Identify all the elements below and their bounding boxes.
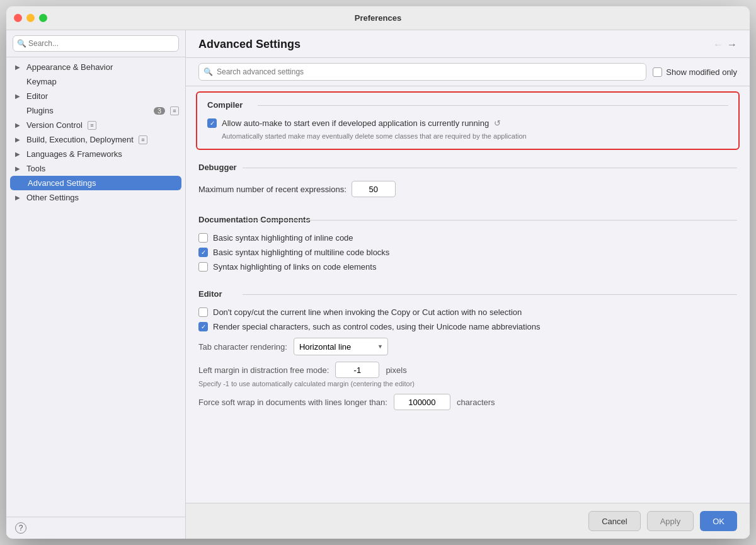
sidebar-item-plugins[interactable]: ▶ Plugins 3 ≡ bbox=[6, 103, 185, 118]
reset-icon[interactable]: ↺ bbox=[494, 118, 501, 128]
sidebar-item-other[interactable]: ▶ Other Settings bbox=[6, 190, 185, 205]
forward-arrow-icon[interactable]: → bbox=[727, 39, 737, 50]
window-title: Preferences bbox=[355, 13, 401, 23]
basic-syntax-inline-setting: Basic syntax highlighting of inline code bbox=[198, 231, 737, 245]
sidebar-item-languages[interactable]: ▶ Languages & Frameworks bbox=[6, 147, 185, 161]
sidebar-item-keymap[interactable]: ▶ Keymap bbox=[6, 74, 185, 89]
tab-rendering-label: Tab character rendering: bbox=[198, 342, 287, 352]
main-content: 🔍 ▶ Appearance & Behavior ▶ Keymap ▶ bbox=[6, 30, 750, 539]
auto-make-checkbox[interactable] bbox=[207, 118, 217, 128]
chevron-right-icon: ▶ bbox=[15, 165, 24, 172]
debugger-section-label: Debugger bbox=[198, 163, 737, 172]
cancel-button[interactable]: Cancel bbox=[588, 511, 640, 531]
page-title: Advanced Settings bbox=[198, 38, 301, 51]
chevron-right-icon: ▶ bbox=[15, 194, 24, 201]
basic-syntax-multiline-setting: Basic syntax highlighting of multiline c… bbox=[198, 245, 737, 260]
max-expressions-input[interactable] bbox=[352, 181, 396, 197]
sidebar-item-label: Appearance & Behavior bbox=[26, 62, 113, 72]
sidebar-bottom: ? bbox=[6, 517, 185, 539]
documentation-section-label: Documentation Components bbox=[198, 215, 737, 224]
nav-arrows: ← → bbox=[713, 39, 737, 50]
sidebar-search-wrapper: 🔍 bbox=[13, 35, 179, 52]
sidebar-item-label: Version Control bbox=[26, 120, 83, 130]
left-margin-setting: Left margin in distraction free mode: pi… bbox=[198, 362, 737, 378]
sidebar-item-label: Keymap bbox=[26, 77, 57, 86]
search-bar: 🔍 bbox=[198, 63, 646, 81]
content-scroll: Compiler Allow auto-make to start even i… bbox=[186, 86, 750, 503]
syntax-links-label: Syntax highlighting of links on code ele… bbox=[213, 262, 376, 272]
left-margin-group: Left margin in distraction free mode: pi… bbox=[198, 362, 737, 387]
sidebar: 🔍 ▶ Appearance & Behavior ▶ Keymap ▶ bbox=[6, 30, 186, 539]
render-special-checkbox[interactable] bbox=[198, 322, 208, 331]
left-margin-suffix: pixels bbox=[386, 365, 406, 375]
auto-make-setting: Allow auto-make to start even if develop… bbox=[207, 116, 728, 130]
force-wrap-suffix: characters bbox=[457, 398, 495, 407]
render-special-setting: Render special characters, such as contr… bbox=[198, 319, 737, 334]
auto-make-label: Allow auto-make to start even if develop… bbox=[222, 118, 489, 128]
content-header: Advanced Settings ← → bbox=[186, 30, 750, 58]
help-button[interactable]: ? bbox=[15, 522, 26, 534]
sidebar-item-label: Other Settings bbox=[26, 193, 79, 202]
minimize-button[interactable] bbox=[26, 14, 35, 22]
back-arrow-icon[interactable]: ← bbox=[713, 39, 723, 50]
sidebar-items: ▶ Appearance & Behavior ▶ Keymap ▶ Edito… bbox=[6, 57, 185, 517]
close-button[interactable] bbox=[14, 14, 22, 22]
copy-cut-checkbox[interactable] bbox=[198, 307, 208, 317]
basic-syntax-multiline-checkbox[interactable] bbox=[198, 248, 208, 257]
plugins-badge: 3 bbox=[154, 107, 165, 115]
render-special-label: Render special characters, such as contr… bbox=[213, 322, 541, 331]
sidebar-item-editor[interactable]: ▶ Editor bbox=[6, 89, 185, 103]
settings-search-input[interactable] bbox=[198, 63, 646, 81]
show-modified-toggle[interactable]: Show modified only bbox=[653, 67, 737, 77]
sidebar-item-appearance[interactable]: ▶ Appearance & Behavior bbox=[6, 60, 185, 74]
sidebar-search-icon: 🔍 bbox=[17, 39, 26, 48]
editor-section-label: Editor bbox=[198, 289, 737, 299]
left-margin-input[interactable] bbox=[335, 362, 379, 378]
sidebar-item-label: Editor bbox=[26, 91, 48, 101]
basic-syntax-multiline-label: Basic syntax highlighting of multiline c… bbox=[213, 248, 389, 257]
auto-make-description: Automatically started make may eventuall… bbox=[222, 132, 728, 141]
editor-section: Editor Don't copy/cut the current line w… bbox=[186, 282, 750, 418]
basic-syntax-inline-checkbox[interactable] bbox=[198, 233, 208, 243]
ok-button[interactable]: OK bbox=[700, 511, 737, 531]
title-bar: Preferences bbox=[6, 6, 750, 30]
show-modified-checkbox[interactable] bbox=[653, 67, 662, 77]
sidebar-item-version-control[interactable]: ▶ Version Control ≡ bbox=[6, 118, 185, 132]
maximize-button[interactable] bbox=[39, 14, 47, 22]
syntax-links-checkbox[interactable] bbox=[198, 262, 208, 272]
traffic-lights bbox=[14, 14, 47, 22]
sidebar-item-label: Advanced Settings bbox=[28, 178, 96, 188]
copy-cut-setting: Don't copy/cut the current line when inv… bbox=[198, 305, 737, 319]
max-expressions-label: Maximum number of recent expressions: bbox=[198, 185, 346, 194]
sidebar-item-label: Build, Execution, Deployment bbox=[26, 135, 134, 144]
chevron-right-icon: ▶ bbox=[15, 122, 24, 129]
force-wrap-label: Force soft wrap in documents with lines … bbox=[198, 398, 387, 407]
basic-syntax-inline-label: Basic syntax highlighting of inline code bbox=[213, 233, 353, 243]
sidebar-item-tools[interactable]: ▶ Tools bbox=[6, 161, 185, 176]
syntax-links-setting: Syntax highlighting of links on code ele… bbox=[198, 260, 737, 274]
copy-cut-label: Don't copy/cut the current line when inv… bbox=[213, 307, 522, 317]
compiler-label: Compiler bbox=[207, 100, 728, 110]
preferences-window: Preferences 🔍 ▶ Appearance & Behavior ▶ bbox=[6, 6, 750, 539]
show-modified-label: Show modified only bbox=[666, 67, 737, 77]
vc-icon: ≡ bbox=[88, 121, 96, 130]
sidebar-item-label: Plugins bbox=[26, 106, 54, 115]
chevron-right-icon: ▶ bbox=[15, 151, 24, 158]
sidebar-item-advanced[interactable]: ▶ Advanced Settings bbox=[10, 176, 181, 190]
apply-button[interactable]: Apply bbox=[647, 511, 694, 531]
force-wrap-setting: Force soft wrap in documents with lines … bbox=[198, 394, 737, 410]
chevron-right-icon: ▶ bbox=[15, 64, 24, 71]
sidebar-search-input[interactable] bbox=[13, 35, 179, 52]
left-margin-hint: Specify -1 to use automatically calculat… bbox=[198, 380, 737, 387]
documentation-section: Documentation Components Basic syntax hi… bbox=[186, 207, 750, 282]
tab-rendering-select[interactable]: Horizontal line Arrow None bbox=[294, 338, 388, 355]
chevron-right-icon: ▶ bbox=[15, 93, 24, 100]
sidebar-item-build[interactable]: ▶ Build, Execution, Deployment ≡ bbox=[6, 132, 185, 147]
left-margin-label: Left margin in distraction free mode: bbox=[198, 365, 329, 375]
debugger-section: Debugger Maximum number of recent expres… bbox=[186, 155, 750, 207]
force-wrap-input[interactable] bbox=[394, 394, 450, 410]
build-icon: ≡ bbox=[139, 135, 147, 144]
content-toolbar: 🔍 Show modified only bbox=[186, 58, 750, 86]
sidebar-search-section: 🔍 bbox=[6, 30, 185, 57]
tab-rendering-setting: Tab character rendering: Horizontal line… bbox=[198, 338, 737, 355]
